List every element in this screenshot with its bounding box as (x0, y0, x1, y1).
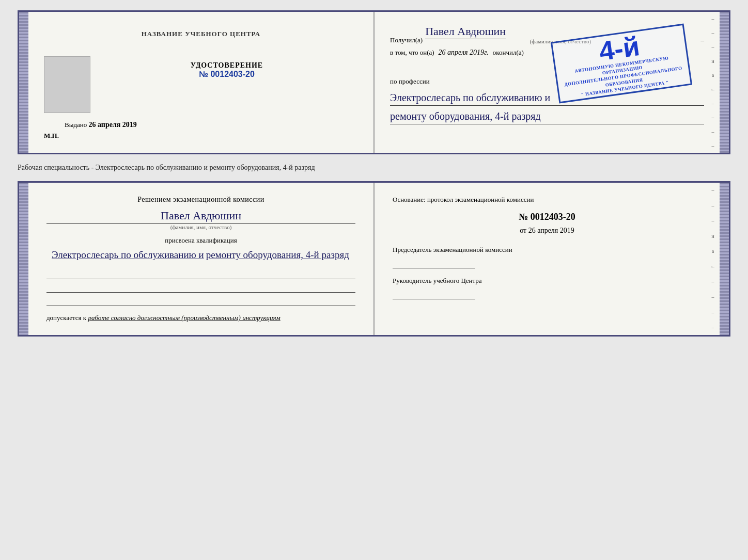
cert-number: № 0012403-20 (199, 70, 255, 79)
bottom-right-decoration: – – – и а ← – – – – (709, 183, 717, 335)
rukovod-block: Руководитель учебного Центра (393, 276, 702, 299)
bottom-document: Решением экзаменационной комиссии Павел … (18, 181, 730, 337)
protocol-num: № 0012403-20 (393, 212, 702, 222)
bottom-left-page: Решением экзаменационной комиссии Павел … (28, 183, 375, 335)
rukovod-sig-line (393, 288, 475, 299)
profession-line2: ремонту оборудования, 4-й разряд (390, 108, 704, 124)
prisvoena-label: присвоена квалификация (46, 236, 355, 245)
komissia-title: Решением экзаменационной комиссии (46, 196, 355, 204)
bottom-right-page: Основание: протокол экзаменационной коми… (375, 183, 720, 335)
issued-line: Выдано 26 апреля 2019 (65, 121, 137, 129)
photo-placeholder (44, 56, 90, 113)
bottom-person-name: Павел Авдюшин (46, 209, 355, 224)
bottom-lines (46, 268, 355, 306)
specialty-text: Рабочая специальность - Электрослесарь п… (18, 164, 730, 172)
dopusk-line: допускается к работе согласно должностны… (46, 314, 355, 322)
bottom-fio-label: (фамилия, имя, отчество) (46, 224, 355, 230)
right-decoration: – – – и а ← – – – – (709, 12, 717, 153)
cert-number-value: 0012403-20 (210, 70, 254, 78)
top-document: НАЗВАНИЕ УЧЕБНОГО ЦЕНТРА УДОСТОВЕРЕНИЕ №… (18, 10, 730, 154)
profession-line1: Электрослесарь по обслуживанию и (390, 90, 704, 106)
issued-date: 26 апреля 2019 (89, 121, 137, 129)
osnov-title: Основание: протокол экзаменационной коми… (393, 196, 702, 204)
bottom-right-spine (720, 183, 729, 335)
chairman-label: Председатель экзаменационной комиссии (393, 245, 702, 254)
kvalif-line1: Электрослесарь по обслуживанию и (52, 249, 204, 260)
bottom-left-spine (19, 183, 28, 335)
top-right-page: Получил(а) Павел Авдюшин (фамилия, имя, … (375, 12, 720, 153)
dopusk-italic: работе согласно должностным (производств… (88, 314, 280, 322)
cert-title: УДОСТОВЕРЕНИЕ (191, 61, 263, 70)
rukovod-label: Руководитель учебного Центра (393, 276, 702, 285)
top-left-page: НАЗВАНИЕ УЧЕБНОГО ЦЕНТРА УДОСТОВЕРЕНИЕ №… (28, 12, 375, 153)
protocol-date: от 26 апреля 2019 (393, 227, 702, 235)
page-wrapper: НАЗВАНИЕ УЧЕБНОГО ЦЕНТРА УДОСТОВЕРЕНИЕ №… (10, 10, 738, 337)
chairman-block: Председатель экзаменационной комиссии (393, 245, 702, 268)
received-name: Павел Авдюшин (425, 25, 506, 39)
chairman-sig-line (393, 257, 475, 268)
middle-text-area: Рабочая специальность - Электрослесарь п… (18, 159, 730, 176)
training-center-title: НАЗВАНИЕ УЧЕБНОГО ЦЕНТРА (142, 30, 261, 38)
right-spine (720, 12, 729, 153)
mp-label: М.П. (44, 132, 59, 140)
kvalif-line2: ремонту оборудования, 4-й разряд (206, 249, 349, 260)
vtom-date: 26 апреля 2019г. (439, 49, 489, 57)
left-spine (19, 12, 28, 153)
